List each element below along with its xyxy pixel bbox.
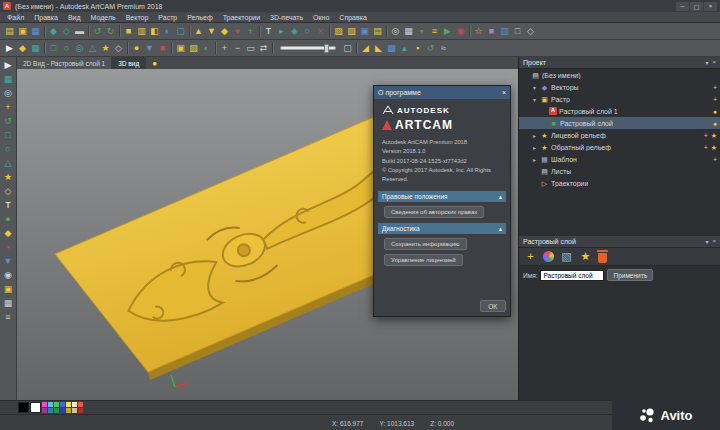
model-crop-icon[interactable]: ▢ <box>174 25 187 38</box>
add-icon[interactable]: + <box>713 156 717 163</box>
palette-white-swatch[interactable] <box>30 402 41 413</box>
add-layer-icon[interactable]: + <box>524 250 537 263</box>
menu-item-2[interactable]: Вид <box>63 14 86 21</box>
lights-icon[interactable]: ☆ <box>472 25 485 38</box>
draw-ellipse-icon[interactable]: ◎ <box>73 42 86 55</box>
extrude-icon[interactable]: ▪ <box>411 42 424 55</box>
tree-item-relief-front[interactable]: ▸★Лицевой рельеф+★ <box>519 129 720 141</box>
twist-icon[interactable]: ◢ <box>359 42 372 55</box>
select-arrow-icon[interactable]: ▶ <box>3 42 16 55</box>
bitmap-erase-icon[interactable]: ■ <box>156 42 169 55</box>
menu-item-9[interactable]: Окно <box>308 14 334 21</box>
palette-icon[interactable] <box>543 251 554 262</box>
viewport-3d[interactable]: О программе × AUTODESK ARTCAM Autodesk A… <box>17 69 518 400</box>
dome-icon[interactable]: ◣ <box>372 42 385 55</box>
chevron-up-icon[interactable]: ▴ <box>499 193 502 201</box>
tree-item-toolpaths[interactable]: ▷Траектории <box>519 177 720 189</box>
vector-text-icon[interactable]: T <box>262 25 275 38</box>
palette-swatch[interactable] <box>42 408 47 413</box>
expander-icon[interactable]: ▸ <box>531 156 538 163</box>
bitmap-paint-icon[interactable]: ● <box>130 42 143 55</box>
measure-tool-icon[interactable]: ◆ <box>2 227 15 240</box>
relief-edit-icon[interactable]: ▨ <box>187 42 200 55</box>
minimize-button[interactable]: ─ <box>676 2 689 11</box>
align-icon[interactable]: ▦ <box>29 42 42 55</box>
undo-icon[interactable]: ↺ <box>91 25 104 38</box>
maximize-button[interactable]: ▢ <box>690 2 703 11</box>
draw-polyline-icon[interactable]: ◇ <box>112 42 125 55</box>
relief-smooth-icon[interactable]: ▲ <box>192 25 205 38</box>
import-vectors-icon[interactable]: ◆ <box>47 25 60 38</box>
zoom-tool-icon[interactable]: ◎ <box>2 87 15 100</box>
dialog-button[interactable]: Управление лицензией <box>384 254 463 266</box>
slider-handle[interactable] <box>324 44 329 53</box>
new-model-icon[interactable]: ▤ <box>3 25 16 38</box>
model-resize-icon[interactable]: ■ <box>122 25 135 38</box>
palette-swatch[interactable] <box>48 402 53 407</box>
pan-tool-icon[interactable]: + <box>2 101 15 114</box>
close-button[interactable]: × <box>704 2 717 11</box>
vector-node-icon[interactable]: ▸ <box>275 25 288 38</box>
expander-icon[interactable]: ▾ <box>531 96 538 103</box>
tree-item-raster-folder[interactable]: ▾▣Растр+ <box>519 93 720 105</box>
paint-tool-icon[interactable]: ▪ <box>2 241 15 254</box>
chevron-up-icon[interactable]: ▴ <box>499 225 502 233</box>
palette-swatch[interactable] <box>54 408 59 413</box>
star-icon[interactable]: ★ <box>711 132 717 139</box>
palette-swatch[interactable] <box>54 402 59 407</box>
vector-trim-icon[interactable]: × <box>314 25 327 38</box>
expander-icon[interactable]: ▸ <box>531 144 538 151</box>
palette-swatch[interactable] <box>42 402 47 407</box>
toolpath-2d-icon[interactable]: ▧ <box>332 25 345 38</box>
dialog-section-header-1[interactable]: Диагностика▴ <box>378 223 506 234</box>
ok-button[interactable]: OK <box>480 300 506 312</box>
menu-item-10[interactable]: Справка <box>334 14 371 21</box>
visibility-icon[interactable]: ● <box>713 120 717 127</box>
draw-rect-icon[interactable]: □ <box>47 42 60 55</box>
toolpath-3d-icon[interactable]: ▨ <box>345 25 358 38</box>
close-icon[interactable]: × <box>712 59 716 66</box>
palette-swatch[interactable] <box>72 408 77 413</box>
material-icon[interactable]: ■ <box>485 25 498 38</box>
menu-item-6[interactable]: Рельеф <box>182 14 217 21</box>
visibility-icon[interactable]: ● <box>713 108 717 115</box>
select-tool-icon[interactable]: ▶ <box>2 59 15 72</box>
polygon-tool-icon[interactable]: △ <box>2 157 15 170</box>
pan-view-icon[interactable]: ⇄ <box>257 42 270 55</box>
draw-circle-icon[interactable]: ○ <box>60 42 73 55</box>
palette-swatch[interactable] <box>78 408 83 413</box>
render-icon[interactable]: ◉ <box>454 25 467 38</box>
toolpath-save-icon[interactable]: ▤ <box>371 25 384 38</box>
slider-box-icon[interactable]: ▢ <box>341 42 354 55</box>
redo-icon[interactable]: ↻ <box>104 25 117 38</box>
apply-button[interactable]: Применить <box>607 269 653 281</box>
add-icon[interactable]: + <box>713 84 717 91</box>
add-icon[interactable]: + <box>704 132 708 139</box>
lightbulb-icon[interactable]: ● <box>152 57 157 69</box>
rotate-view-icon[interactable]: ↺ <box>2 115 15 128</box>
smoothness-slider[interactable] <box>280 46 336 50</box>
collapse-icon[interactable]: ▾ <box>705 238 708 245</box>
menu-item-0[interactable]: Файл <box>2 14 29 21</box>
layer-name-input[interactable] <box>540 270 604 281</box>
tree-item-vectors[interactable]: ▾◆Векторы+ <box>519 81 720 93</box>
print-icon[interactable]: ▬ <box>73 25 86 38</box>
spin-icon[interactable]: ↺ <box>424 42 437 55</box>
preview-icon[interactable]: ▶ <box>441 25 454 38</box>
layers-icon[interactable]: ≡ <box>428 25 441 38</box>
relief-add-icon[interactable]: + <box>244 25 257 38</box>
palette-swatch[interactable] <box>48 408 53 413</box>
relief-invert-icon[interactable]: ▼ <box>205 25 218 38</box>
close-icon[interactable]: × <box>502 89 506 96</box>
palette-swatch[interactable] <box>66 408 71 413</box>
dialog-button[interactable]: Сведения об авторских правах <box>384 206 484 218</box>
rect-tool-icon[interactable]: □ <box>2 129 15 142</box>
texture-icon[interactable]: ▩ <box>385 42 398 55</box>
grid-icon[interactable]: ▦ <box>402 25 415 38</box>
background-icon[interactable]: ▥ <box>498 25 511 38</box>
tree-item-relief-back[interactable]: ▸★Обратный рельеф+★ <box>519 141 720 153</box>
text-tool-icon[interactable]: T <box>2 199 15 212</box>
palette-swatch[interactable] <box>78 402 83 407</box>
settings-tool-icon[interactable]: ≡ <box>2 311 15 324</box>
circle-tool-icon[interactable]: ○ <box>2 143 15 156</box>
